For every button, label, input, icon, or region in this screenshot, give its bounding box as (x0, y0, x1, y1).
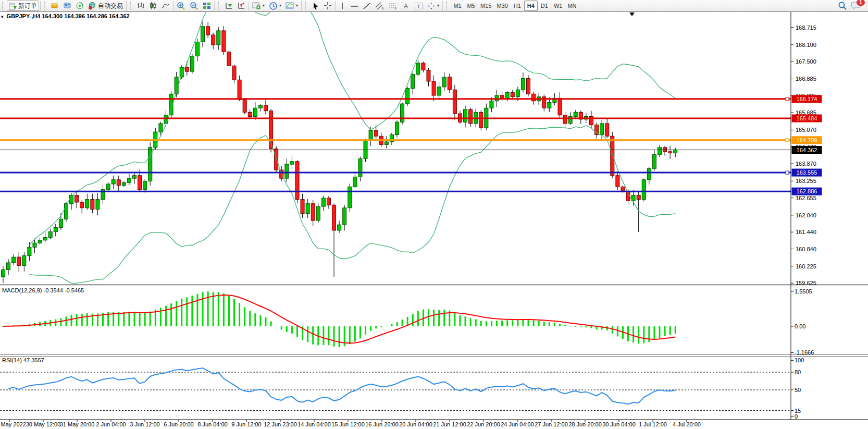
symbol-dropdown-icon[interactable]: ▾ (1, 14, 4, 19)
fibonacci-tool-button[interactable]: F (387, 1, 400, 11)
line-chart-mode-button[interactable] (159, 1, 172, 11)
svg-text:162.655: 162.655 (796, 195, 816, 201)
indicators-icon (252, 2, 261, 10)
candle (248, 112, 252, 116)
chart-shift-button[interactable] (235, 1, 247, 11)
candlestick-mode-button[interactable] (147, 1, 159, 11)
market-watch-button[interactable] (48, 1, 61, 11)
text-tool-button[interactable]: A (400, 1, 412, 11)
timeframe-m1-button[interactable]: M1 (451, 1, 464, 11)
indicators-button[interactable]: ▾ (250, 1, 267, 11)
svg-text:16 Jun 20:00: 16 Jun 20:00 (365, 421, 399, 427)
candle (148, 148, 152, 181)
bar-chart-mode-button[interactable] (134, 1, 147, 11)
zoom-out-button[interactable] (188, 1, 201, 11)
candle (416, 63, 420, 75)
candle (195, 42, 199, 56)
toolbar-grip[interactable] (2, 2, 6, 10)
candle (54, 228, 57, 232)
candle (2, 269, 5, 276)
timeframe-m15-button[interactable]: M15 (478, 1, 494, 11)
templates-button[interactable]: ▾ (283, 1, 300, 11)
toolbar-grip[interactable] (44, 2, 47, 10)
timeframe-h1-button[interactable]: H1 (511, 1, 524, 11)
search-icon[interactable] (838, 1, 847, 10)
candle (96, 200, 100, 210)
candle (532, 94, 536, 101)
toolbar-grip[interactable] (130, 2, 133, 10)
candle (647, 168, 651, 180)
periods-button[interactable]: ▾ (267, 1, 283, 11)
svg-text:F: F (395, 6, 397, 10)
horizontal-line-tool-button[interactable] (348, 1, 361, 11)
navigator-button[interactable] (73, 1, 86, 11)
rsi-axis-label: 80 (795, 369, 801, 375)
crosshair-icon (324, 2, 332, 10)
svg-text:166.885: 166.885 (796, 76, 816, 82)
quote-header[interactable]: ▾ GBPJPY-,H4 164.300 164.396 164.286 164… (1, 13, 130, 19)
toolbar-separator (40, 1, 41, 10)
new-order-icon (9, 2, 17, 10)
timeframe-mn-button[interactable]: MN (565, 1, 579, 11)
templates-dropdown-caret[interactable]: ▾ (296, 4, 298, 8)
candle (385, 142, 388, 144)
toolbar-grip[interactable] (305, 2, 308, 10)
svg-text:167.500: 167.500 (796, 58, 816, 65)
data-window-button[interactable] (61, 1, 73, 11)
candle (395, 122, 399, 134)
candle (490, 101, 493, 108)
candle (190, 56, 194, 71)
zoom-in-icon (177, 2, 185, 10)
text-label-tool-button[interactable]: T (412, 1, 425, 11)
notifications-chat-button[interactable]: 1 (851, 1, 863, 11)
svg-text:30 Jun 04:00: 30 Jun 04:00 (602, 421, 636, 427)
tile-windows-icon (203, 2, 211, 10)
candle (75, 195, 79, 202)
candle (427, 70, 430, 81)
periods-dropdown-caret[interactable]: ▾ (279, 4, 281, 8)
timeframe-h4-button[interactable]: H4 (524, 1, 538, 11)
toolbar-grip[interactable] (446, 2, 450, 10)
auto-scroll-button[interactable] (222, 1, 235, 11)
candle (348, 187, 352, 207)
vertical-line-tool-button[interactable] (337, 1, 348, 11)
svg-text:9 Jun 12:00: 9 Jun 12:00 (231, 421, 262, 427)
zoom-in-button[interactable] (175, 1, 188, 11)
candle (122, 182, 126, 185)
candle (358, 158, 362, 177)
candlestick-icon (149, 2, 157, 10)
cursor-tool-button[interactable] (309, 1, 321, 11)
equidistant-channel-tool-button[interactable]: E (373, 1, 387, 11)
timeframe-w1-button[interactable]: W1 (551, 1, 565, 11)
arrows-dropdown-caret[interactable]: ▾ (437, 4, 439, 8)
svg-text:27 May 2022: 27 May 2022 (0, 421, 26, 427)
symbol-period-label: GBPJPY-,H4 (7, 13, 41, 19)
candle (111, 180, 115, 184)
candle (516, 90, 519, 96)
price-label-164.362: 164.362 (792, 146, 822, 154)
chart-canvas[interactable]: 168.715168.100167.500166.885166.285165.6… (0, 11, 868, 429)
timeframe-m30-button[interactable]: M30 (494, 1, 510, 11)
candle (464, 109, 467, 122)
price-label-163.555: 163.555 (792, 169, 822, 177)
data-window-icon (63, 2, 71, 10)
trendline-tool-button[interactable] (361, 1, 373, 11)
crosshair-tool-button[interactable] (321, 1, 334, 11)
indicators-dropdown-caret[interactable]: ▾ (263, 4, 265, 8)
candle (311, 204, 315, 220)
autotrading-button[interactable]: 自动交易 (86, 1, 125, 11)
svg-text:6 Jun 20:00: 6 Jun 20:00 (164, 421, 194, 427)
svg-text:168.715: 168.715 (796, 24, 816, 31)
toolbar-grip[interactable] (218, 2, 221, 10)
arrows-icon (427, 2, 436, 10)
timeframe-m5-button[interactable]: M5 (464, 1, 478, 11)
tile-windows-button[interactable] (201, 1, 213, 11)
candle (521, 79, 525, 90)
timeframe-d1-button[interactable]: D1 (538, 1, 551, 11)
new-order-button[interactable]: 新订单 (7, 1, 39, 11)
arrows-tool-button[interactable]: ▾ (425, 1, 441, 11)
text-icon: A (402, 2, 410, 10)
svg-text:2 Jun 04:00: 2 Jun 04:00 (96, 421, 126, 427)
toolbar-separator (126, 1, 127, 10)
autotrading-icon (88, 2, 96, 10)
